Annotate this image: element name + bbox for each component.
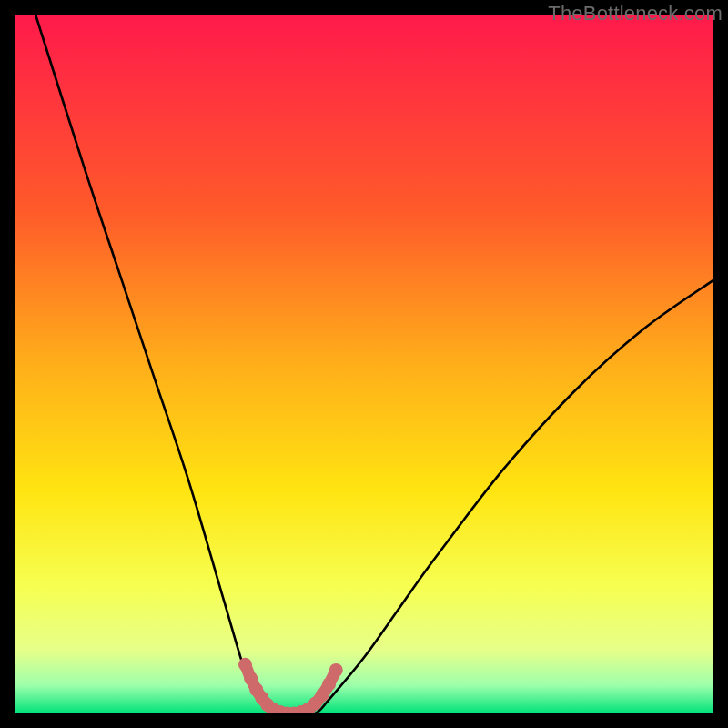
highlight-bead (238, 658, 252, 672)
chart-frame (15, 15, 713, 713)
gradient-background (15, 15, 713, 713)
highlight-bead (322, 677, 336, 691)
chart-svg (15, 15, 713, 713)
watermark-label: TheBottleneck.com (548, 2, 723, 25)
highlight-bead (329, 663, 343, 677)
